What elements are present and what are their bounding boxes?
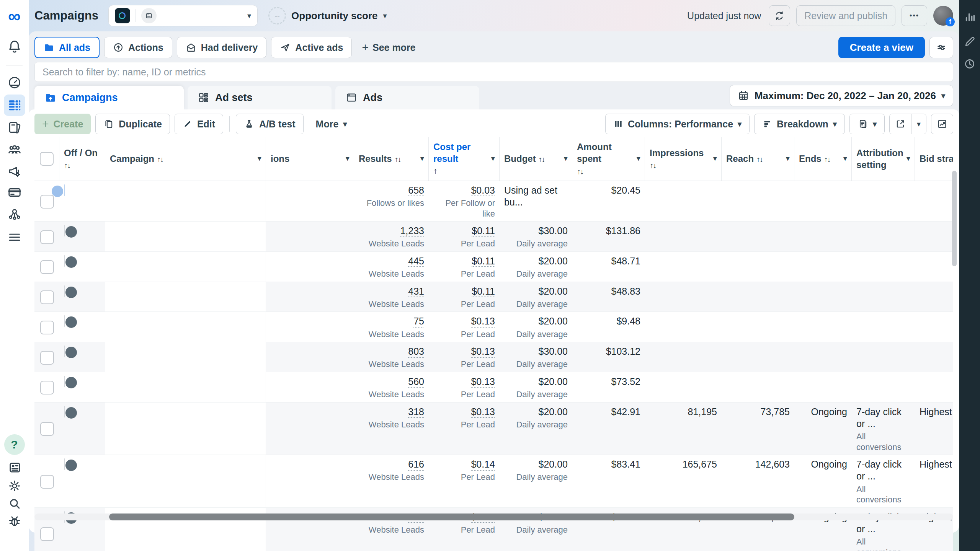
col-header-reach[interactable]: Reach ↑↓ ▾: [722, 137, 794, 181]
history-clock-icon[interactable]: [963, 57, 976, 70]
cost-per-result-value[interactable]: $0.03: [471, 184, 495, 196]
campaigns-nav-active[interactable]: [4, 95, 25, 116]
export-button[interactable]: [890, 114, 911, 134]
campaign-name-cell[interactable]: [105, 372, 266, 402]
row-toggle[interactable]: [64, 376, 65, 387]
cost-per-result-value[interactable]: $0.11: [472, 255, 495, 267]
refresh-button[interactable]: [769, 5, 790, 26]
opportunity-score[interactable]: -- Opportunity score ▾: [268, 7, 387, 24]
edit-pencil-icon[interactable]: [963, 35, 976, 48]
select-all-checkbox[interactable]: [40, 152, 54, 166]
horizontal-scrollbar-thumb[interactable]: [109, 514, 794, 520]
filter-chip-actions[interactable]: Actions: [104, 37, 172, 58]
row-checkbox[interactable]: [40, 475, 54, 489]
filter-chip-active-ads[interactable]: Active ads: [271, 37, 352, 58]
report-bug-icon[interactable]: [7, 514, 22, 528]
help-button[interactable]: ?: [4, 434, 25, 455]
row-checkbox[interactable]: [40, 230, 54, 244]
row-toggle[interactable]: [64, 346, 65, 357]
row-checkbox[interactable]: [40, 381, 54, 395]
row-toggle[interactable]: [64, 458, 65, 470]
col-header-partial[interactable]: ions ▾: [266, 137, 354, 181]
col-header-budget[interactable]: Budget ↑↓ ▾: [500, 137, 572, 181]
campaign-name-cell[interactable]: [105, 252, 266, 282]
cost-per-result-value[interactable]: $0.11: [472, 285, 495, 297]
cost-per-result-value[interactable]: $0.11: [472, 225, 495, 237]
charts-button[interactable]: [931, 114, 953, 134]
results-value[interactable]: 803: [408, 346, 424, 357]
tab-ads[interactable]: Ads: [335, 86, 479, 109]
all-tools-menu-icon[interactable]: [7, 230, 22, 245]
campaign-name-cell[interactable]: [105, 282, 266, 312]
results-value[interactable]: 658: [408, 184, 424, 196]
reports-pages-icon[interactable]: [7, 120, 22, 135]
reports-button[interactable]: ▾: [849, 114, 885, 134]
campaign-name-cell[interactable]: [105, 312, 266, 342]
search-tool-icon[interactable]: [7, 496, 22, 511]
results-value[interactable]: 560: [408, 376, 424, 388]
create-a-view-button[interactable]: Create a view: [838, 37, 925, 58]
billing-card-icon[interactable]: [7, 185, 22, 200]
updates-newspaper-icon[interactable]: [7, 460, 22, 475]
campaign-name-cell[interactable]: [105, 222, 266, 251]
notifications-bell-icon[interactable]: [7, 39, 22, 54]
col-header-amount-spent[interactable]: Amount spent↑↓ ▾: [572, 137, 645, 181]
campaign-name-cell[interactable]: [105, 181, 266, 221]
results-value[interactable]: 431: [408, 285, 424, 297]
col-header-campaign[interactable]: Campaign ↑↓ ▾: [105, 137, 266, 181]
filter-chip-all-ads[interactable]: All ads: [34, 37, 100, 58]
review-and-publish-button[interactable]: Review and publish: [796, 5, 895, 26]
export-options-button[interactable]: ▾: [911, 114, 926, 134]
more-actions-button[interactable]: More ▾: [308, 114, 355, 134]
results-value[interactable]: 1,233: [400, 225, 424, 237]
see-more-filters[interactable]: + See more: [356, 41, 421, 54]
row-checkbox[interactable]: [40, 321, 54, 334]
filter-chip-had-delivery[interactable]: Had delivery: [177, 37, 267, 58]
row-toggle[interactable]: [64, 184, 65, 196]
ab-test-button[interactable]: A/B test: [236, 114, 303, 134]
columns-button[interactable]: Columns: Performance ▾: [605, 114, 750, 134]
results-value[interactable]: 75: [413, 315, 424, 327]
date-range-picker[interactable]: Maximum: Dec 20, 2022 – Jan 20, 2026 ▾: [730, 85, 953, 106]
cost-per-result-value[interactable]: $0.13: [471, 376, 495, 388]
col-header-bid-strategy[interactable]: Bid strategy: [915, 137, 953, 181]
col-header-ends[interactable]: Ends ↑↓ ▾: [794, 137, 852, 181]
cost-per-result-value[interactable]: $0.14: [471, 458, 495, 470]
more-options-button[interactable]: •••: [902, 5, 927, 26]
cost-per-result-value[interactable]: $0.13: [471, 346, 495, 357]
audiences-people-icon[interactable]: [7, 142, 22, 157]
row-toggle[interactable]: [64, 225, 65, 236]
duplicate-button[interactable]: Duplicate: [95, 114, 170, 134]
row-checkbox[interactable]: [40, 290, 54, 304]
account-overview-gauge-icon[interactable]: [7, 75, 22, 90]
campaign-name-cell[interactable]: [105, 455, 266, 507]
row-checkbox[interactable]: [40, 351, 54, 365]
row-toggle[interactable]: [64, 285, 65, 297]
create-button[interactable]: + Create: [34, 114, 91, 134]
account-switcher-dropdown[interactable]: ▾: [108, 5, 258, 26]
tab-campaigns[interactable]: Campaigns: [34, 86, 184, 109]
cost-per-result-value[interactable]: $0.13: [471, 406, 495, 418]
row-toggle[interactable]: [64, 315, 65, 327]
view-settings-button[interactable]: [929, 37, 953, 58]
business-structure-icon[interactable]: [7, 207, 22, 221]
campaign-name-cell[interactable]: [105, 342, 266, 372]
campaign-name-cell[interactable]: [105, 403, 266, 455]
results-value[interactable]: 616: [408, 458, 424, 470]
advertise-megaphone-icon[interactable]: [7, 164, 22, 179]
row-toggle[interactable]: [64, 406, 65, 417]
horizontal-scrollbar[interactable]: [34, 514, 953, 520]
vertical-scrollbar-thumb[interactable]: [952, 171, 957, 266]
col-header-cost-per-result[interactable]: Cost per result↑ ▾: [429, 137, 500, 181]
user-avatar[interactable]: f: [933, 6, 953, 26]
tab-ad-sets[interactable]: Ad sets: [188, 86, 332, 109]
row-checkbox[interactable]: [40, 527, 54, 541]
settings-gear-icon[interactable]: [7, 479, 22, 493]
edit-button[interactable]: Edit: [175, 114, 223, 134]
row-checkbox[interactable]: [40, 195, 54, 209]
cost-per-result-value[interactable]: $0.13: [471, 315, 495, 327]
col-header-off-on[interactable]: Off / On↑↓: [59, 137, 105, 181]
row-checkbox[interactable]: [40, 260, 54, 274]
row-checkbox[interactable]: [40, 422, 54, 436]
col-header-results[interactable]: Results ↑↓ ▾: [354, 137, 429, 181]
